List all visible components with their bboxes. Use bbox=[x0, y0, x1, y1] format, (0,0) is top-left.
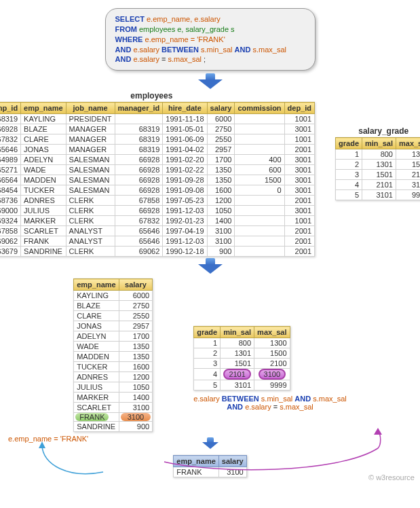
employees-title: employees bbox=[0, 91, 315, 101]
table-row: 69000JULIUSCLERK669281991-12-0310503001 bbox=[0, 206, 315, 216]
kw-select: SELECT bbox=[115, 15, 145, 23]
table-row: ADELYN1700 bbox=[74, 331, 153, 342]
result-table: emp_namesalary FRANK3100 bbox=[173, 455, 246, 477]
table-row: 18001300 bbox=[194, 338, 290, 348]
table-row: WADE1350 bbox=[74, 342, 153, 352]
highlight-min-sal: 2101 bbox=[223, 369, 250, 380]
col-header: commission bbox=[235, 103, 284, 114]
kw-from: FROM bbox=[115, 25, 137, 33]
table-row: 531019999 bbox=[194, 380, 290, 391]
table-row: 66564MADDENSALESMAN669281991-09-28135015… bbox=[0, 175, 315, 185]
table-row: 65646JONASMANAGER683191991-04-0229572001 bbox=[0, 145, 315, 155]
table-row: 65271WADESALESMAN669281991-02-2213506003… bbox=[0, 165, 315, 175]
sql-query-box: SELECT e.emp_name, e.salary FROM employe… bbox=[105, 8, 316, 71]
col-header: salary bbox=[207, 103, 235, 114]
arrow-down-icon bbox=[197, 73, 224, 90]
highlight-frank-name: FRANK bbox=[75, 413, 109, 421]
col-header: min_sal bbox=[221, 327, 254, 338]
arrow-down-icon bbox=[197, 437, 224, 454]
table-row: 67858SCARLETANALYST656461997-04-19310020… bbox=[0, 226, 315, 236]
table-row: SCARLET3100 bbox=[74, 403, 153, 413]
table-row: KAYLING6000 bbox=[74, 291, 153, 301]
annotation-frank: e.emp_name = 'FRANK' bbox=[8, 435, 96, 443]
employees-table-wrap: employees emp_idemp_namejob_namemanager_… bbox=[0, 91, 315, 257]
table-row: 531019999 bbox=[336, 190, 420, 200]
table-row: FRANK3100 bbox=[74, 413, 153, 422]
col-header: emp_name bbox=[21, 103, 66, 114]
table-row: 213011500 bbox=[194, 348, 290, 359]
col-header: salary bbox=[119, 279, 152, 291]
table-row: 315012100 bbox=[194, 359, 290, 369]
watermark: © w3resource bbox=[368, 473, 415, 482]
salary-grade-table: grademin_salmax_sal 18001300213011500315… bbox=[335, 137, 420, 200]
table-row: 63679SANDRINECLERK690621990-12-189002001 bbox=[0, 247, 315, 257]
kw-where: WHERE bbox=[115, 35, 143, 43]
employees-table: emp_idemp_namejob_namemanager_idhire_dat… bbox=[0, 102, 315, 257]
col-header: max_sal bbox=[254, 327, 290, 338]
grade-subset-wrap: grademin_salmax_sal 18001300213011500315… bbox=[193, 326, 347, 412]
col-header: max_sal bbox=[396, 138, 420, 149]
table-row: 421013100 bbox=[194, 369, 290, 380]
table-row: 67832CLAREMANAGER683191991-06-0925501001 bbox=[0, 134, 315, 145]
col-header: salary bbox=[218, 456, 246, 467]
table-row: 64989ADELYNSALESMAN669281991-02-20170040… bbox=[0, 155, 315, 165]
where-expr: e.emp_name = 'FRANK' bbox=[145, 35, 225, 43]
emp-subset-wrap: emp_namesalary KAYLING6000BLAZE2750CLARE… bbox=[73, 278, 153, 432]
table-row: MADDEN1350 bbox=[74, 352, 153, 362]
table-row: MARKER1400 bbox=[74, 393, 153, 403]
grade-subset-table: grademin_salmax_sal 18001300213011500315… bbox=[193, 326, 290, 391]
table-row: FRANK3100 bbox=[174, 467, 246, 477]
table-row: 315012100 bbox=[336, 170, 420, 180]
col-header: min_sal bbox=[362, 138, 396, 149]
kw-and2: AND bbox=[115, 55, 132, 63]
salary-grade-table-wrap: salary_grade grademin_salmax_sal 1800130… bbox=[335, 126, 420, 200]
table-row: 69062FRANKANALYST656461991-12-0331002001 bbox=[0, 236, 315, 247]
table-row: 213011500 bbox=[336, 160, 420, 170]
svg-marker-1 bbox=[374, 428, 382, 435]
table-row: 68454TUCKERSALESMAN669281991-09-08160003… bbox=[0, 185, 315, 196]
table-row: JONAS2957 bbox=[74, 321, 153, 331]
table-row: 68319KAYLINGPRESIDENT1991-11-1860001001 bbox=[0, 114, 315, 124]
col-header: emp_name bbox=[74, 279, 119, 291]
col-header: manager_id bbox=[115, 103, 163, 114]
select-cols: e.emp_name, e.salary bbox=[147, 15, 221, 23]
table-row: ADNRES1200 bbox=[74, 372, 153, 382]
table-row: TUCKER1600 bbox=[74, 362, 153, 372]
kw-and1: AND bbox=[115, 46, 132, 54]
highlight-max-sal: 3100 bbox=[259, 369, 286, 380]
annotation-between: e.salary BETWEEN s.min_sal AND s.max_sal bbox=[193, 395, 347, 403]
col-header: grade bbox=[336, 138, 362, 149]
table-row: SANDRINE900 bbox=[74, 422, 153, 432]
col-header: hire_date bbox=[163, 103, 207, 114]
col-header: dep_id bbox=[284, 103, 314, 114]
table-row: 18001300 bbox=[336, 149, 420, 160]
table-row: BLAZE2750 bbox=[74, 301, 153, 311]
annotation-equal: AND e.salary = s.max_sal bbox=[193, 403, 347, 411]
highlight-frank-salary: 3100 bbox=[121, 413, 151, 421]
table-row: CLARE2550 bbox=[74, 311, 153, 321]
table-row: 421013100 bbox=[336, 180, 420, 190]
table-row: JULIUS1050 bbox=[74, 382, 153, 393]
salary-grade-title: salary_grade bbox=[335, 126, 420, 136]
emp-subset-table: emp_namesalary KAYLING6000BLAZE2750CLARE… bbox=[73, 278, 153, 432]
table-row: 66928BLAZEMANAGER683191991-05-0127503001 bbox=[0, 124, 315, 134]
table-row: 68736ADNRESCLERK678581997-05-2312002001 bbox=[0, 196, 315, 206]
arrow-down-icon bbox=[197, 258, 224, 274]
col-header: job_name bbox=[66, 103, 115, 114]
col-header: emp_id bbox=[0, 103, 21, 114]
col-header: grade bbox=[194, 327, 221, 338]
col-header: emp_name bbox=[174, 456, 218, 467]
from-tables: employees e, salary_grade s bbox=[139, 25, 235, 33]
table-row: 69324MARKERCLERK678321992-01-2314001001 bbox=[0, 216, 315, 226]
